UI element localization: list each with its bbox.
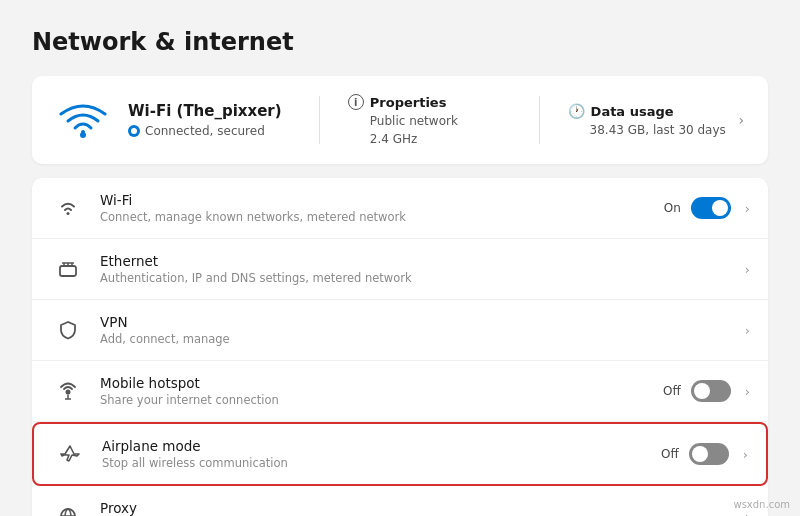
data-usage-section[interactable]: 🕐 Data usage 38.43 GB, last 30 days — [568, 103, 731, 137]
airplane-right: Off › — [661, 443, 748, 465]
settings-item-airplane[interactable]: Airplane mode Stop all wireless communic… — [32, 422, 768, 486]
properties-title: i Properties — [348, 94, 511, 110]
settings-item-proxy[interactable]: Proxy Proxy server for Wi-Fi and Etherne… — [32, 486, 768, 516]
wifi-icon — [50, 190, 86, 226]
vpn-chevron: › — [745, 323, 750, 338]
wifi-toggle-thumb — [712, 200, 728, 216]
hotspot-icon — [50, 373, 86, 409]
airplane-text: Airplane mode Stop all wireless communic… — [102, 438, 661, 470]
wifi-toggle[interactable] — [691, 197, 731, 219]
page-title: Network & internet — [32, 28, 768, 56]
svg-point-0 — [80, 132, 86, 138]
ethernet-sub: Authentication, IP and DNS settings, met… — [100, 271, 741, 285]
wifi-banner-icon — [56, 98, 110, 142]
ethernet-right: › — [741, 262, 750, 277]
settings-item-hotspot[interactable]: Mobile hotspot Share your internet conne… — [32, 361, 768, 422]
proxy-label: Proxy — [100, 500, 741, 516]
airplane-toggle-label: Off — [661, 447, 679, 461]
banner-divider-1 — [319, 96, 320, 144]
ethernet-chevron: › — [745, 262, 750, 277]
vpn-right: › — [741, 323, 750, 338]
vpn-text: VPN Add, connect, manage — [100, 314, 741, 346]
ethernet-label: Ethernet — [100, 253, 741, 269]
vpn-label: VPN — [100, 314, 741, 330]
wifi-name: Wi-Fi (The_pixxer) — [128, 102, 291, 120]
proxy-text: Proxy Proxy server for Wi-Fi and Etherne… — [100, 500, 741, 516]
hotspot-toggle-thumb — [694, 383, 710, 399]
airplane-toggle[interactable] — [689, 443, 729, 465]
hotspot-right: Off › — [663, 380, 750, 402]
settings-item-wifi[interactable]: Wi-Fi Connect, manage known networks, me… — [32, 178, 768, 239]
wifi-right: On › — [664, 197, 750, 219]
data-usage-sub: 38.43 GB, last 30 days — [568, 123, 731, 137]
airplane-sub: Stop all wireless communication — [102, 456, 661, 470]
wifi-label: Wi-Fi — [100, 192, 664, 208]
properties-sub1: Public network — [348, 114, 511, 128]
wifi-status-text: Connected, secured — [145, 124, 265, 138]
data-usage-title: 🕐 Data usage — [568, 103, 731, 119]
vpn-icon — [50, 312, 86, 348]
airplane-toggle-thumb — [692, 446, 708, 462]
banner-divider-2 — [539, 96, 540, 144]
banner-chevron: › — [738, 112, 744, 128]
hotspot-sub: Share your internet connection — [100, 393, 663, 407]
wifi-text: Wi-Fi Connect, manage known networks, me… — [100, 192, 664, 224]
ethernet-text: Ethernet Authentication, IP and DNS sett… — [100, 253, 741, 285]
settings-list: Wi-Fi Connect, manage known networks, me… — [32, 178, 768, 516]
hotspot-text: Mobile hotspot Share your internet conne… — [100, 375, 663, 407]
settings-item-vpn[interactable]: VPN Add, connect, manage › — [32, 300, 768, 361]
ethernet-icon — [50, 251, 86, 287]
wifi-status: Connected, secured — [128, 124, 291, 138]
hotspot-chevron: › — [745, 384, 750, 399]
proxy-icon — [50, 498, 86, 516]
svg-point-11 — [61, 509, 75, 516]
wifi-status-dot — [128, 125, 140, 137]
svg-point-2 — [67, 212, 70, 215]
properties-sub2: 2.4 GHz — [348, 132, 511, 146]
info-icon: i — [348, 94, 364, 110]
airplane-chevron: › — [743, 447, 748, 462]
wifi-chevron: › — [745, 201, 750, 216]
wifi-banner[interactable]: Wi-Fi (The_pixxer) Connected, secured i … — [32, 76, 768, 164]
properties-section[interactable]: i Properties Public network 2.4 GHz — [348, 94, 511, 146]
svg-point-1 — [131, 128, 137, 134]
hotspot-label: Mobile hotspot — [100, 375, 663, 391]
wifi-sub: Connect, manage known networks, metered … — [100, 210, 664, 224]
svg-rect-3 — [60, 266, 76, 276]
svg-point-8 — [66, 390, 71, 395]
airplane-icon — [52, 436, 88, 472]
wifi-toggle-label: On — [664, 201, 681, 215]
settings-item-ethernet[interactable]: Ethernet Authentication, IP and DNS sett… — [32, 239, 768, 300]
vpn-sub: Add, connect, manage — [100, 332, 741, 346]
hotspot-toggle-label: Off — [663, 384, 681, 398]
airplane-label: Airplane mode — [102, 438, 661, 454]
clock-icon: 🕐 — [568, 103, 585, 119]
wifi-info: Wi-Fi (The_pixxer) Connected, secured — [128, 102, 291, 138]
hotspot-toggle[interactable] — [691, 380, 731, 402]
watermark: wsxdn.com — [733, 499, 790, 510]
